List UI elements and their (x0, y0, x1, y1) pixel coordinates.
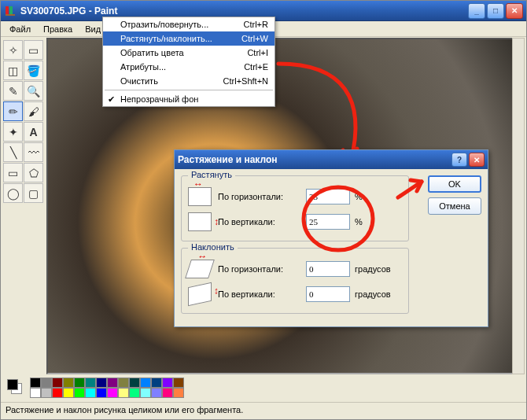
tool-fill[interactable]: 🪣 (24, 61, 43, 80)
dialog-help-button[interactable]: ? (451, 153, 467, 167)
skew-horiz-input[interactable] (306, 261, 350, 277)
color-swatch[interactable] (107, 378, 118, 388)
color-swatch[interactable] (96, 388, 107, 398)
color-swatch[interactable] (107, 388, 118, 398)
stretch-vert-label: По вертикали: (218, 217, 306, 227)
tool-eraser[interactable]: ◫ (3, 61, 23, 80)
minimize-button[interactable]: _ (468, 3, 485, 19)
tool-free-select[interactable]: ✧ (3, 40, 23, 60)
skew-horiz-unit: градусов (355, 264, 391, 274)
skew-vert-input[interactable] (306, 286, 350, 302)
fg-bg-swatch[interactable] (5, 377, 27, 399)
skew-horiz-row: ↔ По горизонтали: градусов (188, 256, 402, 282)
stretch-horiz-input[interactable] (306, 189, 350, 204)
skew-horiz-icon: ↔ (185, 260, 215, 278)
color-swatch[interactable] (52, 378, 63, 388)
dialog-close-button[interactable]: ✕ (469, 153, 485, 167)
dialog-body: OK Отмена Растянуть ↔ По горизонтали: % … (175, 169, 488, 326)
tool-pencil[interactable]: ✏ (3, 101, 23, 121)
skew-group: Наклонить ↔ По горизонтали: градусов ↕ П… (181, 248, 409, 314)
toolbox: ✧ ▭ ◫ 🪣 ✎ 🔍 ✏ 🖌 ✦ A ╲ 〰 ▭ ⬠ ◯ ▢ (1, 38, 46, 203)
color-swatch[interactable] (173, 378, 184, 388)
maximize-button[interactable]: □ (487, 3, 504, 19)
vertical-scrollbar[interactable] (512, 38, 525, 374)
tool-line[interactable]: ╲ (3, 142, 23, 162)
color-swatch[interactable] (118, 388, 129, 398)
color-swatch[interactable] (30, 388, 41, 398)
color-swatch[interactable] (118, 378, 129, 388)
color-swatch[interactable] (52, 388, 63, 398)
menu-item-flip-rotate[interactable]: Отразить/повернуть...Ctrl+R (103, 17, 275, 31)
stretch-skew-dialog: Растяжение и наклон ? ✕ OK Отмена Растян… (174, 149, 488, 327)
menu-item-attributes[interactable]: Атрибуты...Ctrl+E (103, 60, 275, 74)
skew-legend: Наклонить (188, 242, 238, 252)
skew-vert-row: ↕ По вертикали: градусов (188, 282, 402, 307)
statusbar: Растяжение и наклон рисунка целиком или … (1, 402, 526, 419)
tool-picker[interactable]: ✎ (3, 81, 23, 101)
tool-text[interactable]: A (24, 122, 43, 142)
close-button[interactable]: ✕ (506, 3, 523, 19)
color-swatches (30, 378, 184, 398)
color-swatch[interactable] (63, 388, 74, 398)
svg-rect-1 (9, 6, 13, 14)
color-swatch[interactable] (140, 388, 151, 398)
stretch-horiz-icon: ↔ (188, 187, 212, 206)
dialog-title: Растяжение и наклон (178, 154, 451, 165)
color-swatch[interactable] (30, 378, 41, 388)
stretch-horiz-label: По горизонтали: (218, 192, 306, 201)
color-swatch[interactable] (63, 378, 74, 388)
stretch-vert-row: ↕ По вертикали: % (188, 209, 402, 234)
menu-item-invert[interactable]: Обратить цветаCtrl+I (103, 46, 275, 60)
color-swatch[interactable] (41, 378, 52, 388)
menu-item-clear[interactable]: ОчиститьCtrl+Shft+N (103, 74, 275, 88)
stretch-group: Растянуть ↔ По горизонтали: % ↕ По верти… (181, 175, 409, 241)
color-palette (5, 377, 184, 399)
color-swatch[interactable] (140, 378, 151, 388)
check-icon: ✔ (108, 94, 115, 105)
color-swatch[interactable] (85, 388, 96, 398)
window-buttons: _ □ ✕ (468, 3, 523, 19)
tool-airbrush[interactable]: ✦ (3, 122, 23, 142)
dialog-titlebar: Растяжение и наклон ? ✕ (175, 150, 488, 169)
dialog-buttons: OK Отмена (428, 175, 481, 215)
paint-app-icon (4, 5, 17, 17)
color-swatch[interactable] (129, 378, 140, 388)
tool-rounded-rect[interactable]: ▢ (24, 183, 43, 203)
color-swatch[interactable] (41, 388, 52, 398)
tool-magnify[interactable]: 🔍 (24, 81, 43, 101)
color-swatch[interactable] (96, 378, 107, 388)
tool-polygon[interactable]: ⬠ (24, 163, 43, 182)
menu-file[interactable]: Файл (3, 23, 37, 35)
status-text: Растяжение и наклон рисунка целиком или … (6, 405, 243, 414)
menu-separator (105, 90, 273, 90)
cancel-button[interactable]: Отмена (428, 197, 481, 215)
color-swatch[interactable] (162, 388, 173, 398)
image-menu-dropdown: Отразить/повернуть...Ctrl+R Растянуть/на… (102, 17, 275, 107)
ok-button[interactable]: OK (428, 175, 481, 193)
color-swatch[interactable] (129, 388, 140, 398)
skew-horiz-label: По горизонтали: (218, 264, 306, 274)
stretch-vert-input[interactable] (306, 214, 350, 230)
paint-window: SV300705.JPG - Paint _ □ ✕ Файл Правка В… (0, 0, 527, 420)
color-swatch[interactable] (162, 378, 173, 388)
menu-item-opaque[interactable]: ✔Непрозрачный фон (103, 92, 275, 106)
tool-ellipse[interactable]: ◯ (3, 183, 23, 203)
fg-color (7, 379, 18, 390)
color-swatch[interactable] (173, 388, 184, 398)
color-swatch[interactable] (151, 388, 162, 398)
tool-curve[interactable]: 〰 (24, 142, 43, 162)
tool-brush[interactable]: 🖌 (24, 101, 43, 121)
color-swatch[interactable] (85, 378, 96, 388)
stretch-vert-icon: ↕ (188, 212, 212, 231)
menu-edit[interactable]: Правка (37, 23, 79, 35)
skew-vert-icon: ↕ (188, 282, 212, 306)
color-swatch[interactable] (74, 388, 85, 398)
menu-item-stretch-skew[interactable]: Растянуть/наклонить...Ctrl+W (103, 31, 275, 46)
menubar: Файл Правка Вид Рисунок Палитра Справка … (1, 21, 526, 37)
stretch-horiz-row: ↔ По горизонтали: % (188, 184, 402, 209)
color-swatch[interactable] (74, 378, 85, 388)
tool-rect[interactable]: ▭ (3, 163, 23, 182)
tool-rect-select[interactable]: ▭ (24, 40, 43, 60)
color-swatch[interactable] (151, 378, 162, 388)
stretch-horiz-unit: % (355, 192, 363, 201)
